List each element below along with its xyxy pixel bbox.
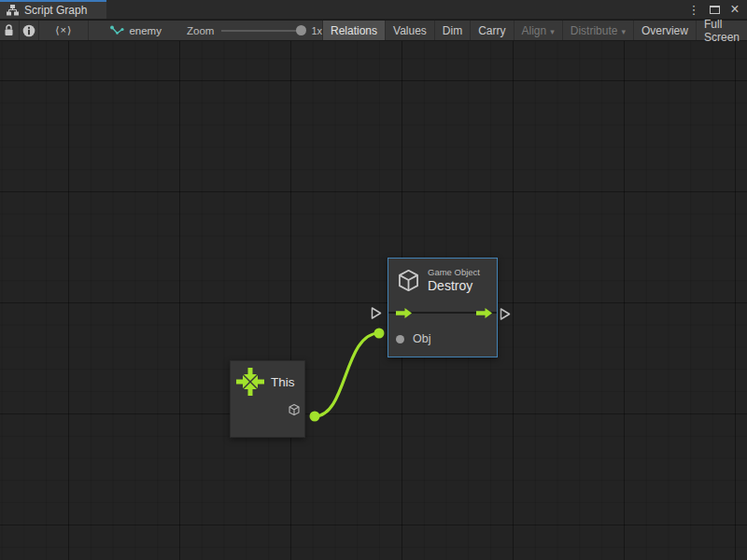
wire-start-dot <box>310 412 320 422</box>
code-view-icon: ⟨×⟩ <box>55 24 72 36</box>
toolbar-button-distribute[interactable]: Distribute ▾ <box>562 21 633 40</box>
button-label: Distribute <box>571 24 618 37</box>
flow-input-triangle-icon[interactable] <box>371 306 382 320</box>
connection-wire[interactable] <box>0 41 747 560</box>
window-menu-button[interactable]: ⋮ <box>685 1 702 18</box>
toolbar-button-fullscreen[interactable]: Full Screen <box>696 21 747 40</box>
this-output-cube-icon[interactable] <box>288 403 301 416</box>
zoom-value: 1x <box>311 25 322 36</box>
info-button[interactable] <box>20 21 39 40</box>
button-label: Values <box>393 24 427 37</box>
chevron-down-icon: ▾ <box>621 27 626 36</box>
node-this[interactable]: This <box>230 360 305 438</box>
node-destroy-titles: Game Object Destroy <box>428 267 480 293</box>
close-button[interactable]: × <box>726 1 743 18</box>
button-label: Align <box>522 24 547 37</box>
script-graph-icon <box>7 5 19 16</box>
toolbar-button-values[interactable]: Values <box>385 21 434 40</box>
graph-asset-icon <box>110 25 124 36</box>
toolbar-button-overview[interactable]: Overview <box>633 21 696 40</box>
toolbar-buttons: Relations Values Dim Carry Align ▾ Distr… <box>322 21 747 40</box>
node-category: Game Object <box>428 267 480 277</box>
node-title: Destroy <box>428 278 480 293</box>
node-destroy-header: Game Object Destroy <box>388 259 497 297</box>
button-label: Dim <box>443 24 462 37</box>
zoom-slider-handle[interactable] <box>296 25 306 35</box>
graph-toolbar: ⟨×⟩ enemy Zoom 1x Relations Values Dim C… <box>0 21 747 41</box>
flow-out-arrow-icon[interactable] <box>476 308 492 318</box>
zoom-control: Zoom 1x <box>187 21 322 40</box>
node-this-header: This <box>231 361 304 396</box>
node-destroy-flow-row <box>388 301 497 325</box>
game-object-cube-icon <box>396 268 421 293</box>
button-label: Overview <box>641 24 688 37</box>
node-title: This <box>271 375 295 389</box>
graph-name: enemy <box>129 25 162 36</box>
this-icon <box>236 368 264 396</box>
graph-reference[interactable]: enemy <box>110 21 162 40</box>
toolbar-button-align[interactable]: Align ▾ <box>514 21 562 40</box>
window-titlebar: Script Graph ⋮ × <box>0 0 747 20</box>
flow-output-triangle-icon[interactable] <box>500 307 511 321</box>
button-label: Relations <box>331 24 377 37</box>
zoom-slider[interactable] <box>221 30 302 32</box>
info-icon <box>22 24 35 37</box>
obj-port-dot[interactable] <box>396 335 404 343</box>
tab-script-graph[interactable]: Script Graph <box>0 0 106 19</box>
close-icon: × <box>730 1 739 18</box>
window-controls: ⋮ × <box>685 0 747 19</box>
button-label: Full Screen <box>704 18 740 44</box>
toolbar-button-relations[interactable]: Relations <box>322 21 385 40</box>
toolbar-button-dim[interactable]: Dim <box>434 21 470 40</box>
tab-label: Script Graph <box>24 4 87 17</box>
node-destroy[interactable]: Game Object Destroy Obj <box>388 258 498 357</box>
chevron-down-icon: ▾ <box>550 27 555 36</box>
more-options-icon: ⋮ <box>688 3 700 17</box>
maximize-icon <box>710 6 720 14</box>
maximize-button[interactable] <box>706 1 723 18</box>
lock-button[interactable] <box>0 21 20 40</box>
toolbar-button-carry[interactable]: Carry <box>470 21 513 40</box>
graph-canvas[interactable]: Game Object Destroy Obj <box>0 41 747 560</box>
wire-end-dot <box>374 329 385 339</box>
lock-icon <box>4 24 14 36</box>
obj-port-row[interactable]: Obj <box>388 325 497 345</box>
obj-port-label: Obj <box>413 332 430 345</box>
code-view-button[interactable]: ⟨×⟩ <box>39 21 89 40</box>
button-label: Carry <box>478 24 505 37</box>
zoom-label: Zoom <box>187 25 214 36</box>
flow-in-arrow-icon[interactable] <box>396 308 412 318</box>
